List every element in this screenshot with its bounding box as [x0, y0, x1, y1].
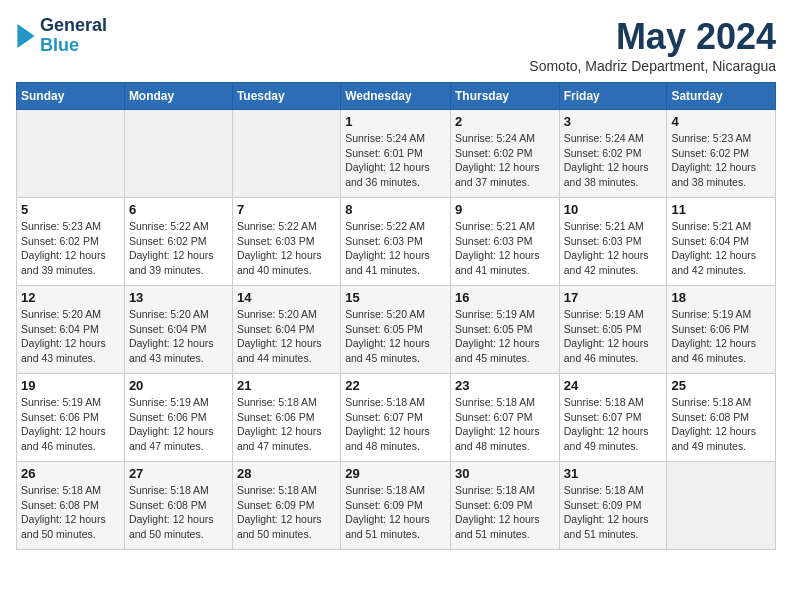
day-number: 1	[345, 114, 446, 129]
day-header-friday: Friday	[559, 83, 667, 110]
calendar-cell: 5Sunrise: 5:23 AM Sunset: 6:02 PM Daylig…	[17, 198, 125, 286]
calendar-cell: 22Sunrise: 5:18 AM Sunset: 6:07 PM Dayli…	[341, 374, 451, 462]
day-number: 4	[671, 114, 771, 129]
calendar-cell: 25Sunrise: 5:18 AM Sunset: 6:08 PM Dayli…	[667, 374, 776, 462]
logo-text: General Blue	[40, 16, 107, 56]
day-number: 19	[21, 378, 120, 393]
day-info: Sunrise: 5:18 AM Sunset: 6:06 PM Dayligh…	[237, 395, 336, 454]
day-number: 15	[345, 290, 446, 305]
calendar-cell	[667, 462, 776, 550]
day-info: Sunrise: 5:24 AM Sunset: 6:01 PM Dayligh…	[345, 131, 446, 190]
day-header-thursday: Thursday	[450, 83, 559, 110]
day-info: Sunrise: 5:21 AM Sunset: 6:03 PM Dayligh…	[564, 219, 663, 278]
calendar-cell: 29Sunrise: 5:18 AM Sunset: 6:09 PM Dayli…	[341, 462, 451, 550]
calendar-cell: 7Sunrise: 5:22 AM Sunset: 6:03 PM Daylig…	[232, 198, 340, 286]
day-info: Sunrise: 5:18 AM Sunset: 6:09 PM Dayligh…	[345, 483, 446, 542]
calendar-cell: 24Sunrise: 5:18 AM Sunset: 6:07 PM Dayli…	[559, 374, 667, 462]
calendar-cell: 20Sunrise: 5:19 AM Sunset: 6:06 PM Dayli…	[124, 374, 232, 462]
day-info: Sunrise: 5:18 AM Sunset: 6:07 PM Dayligh…	[564, 395, 663, 454]
calendar-cell: 11Sunrise: 5:21 AM Sunset: 6:04 PM Dayli…	[667, 198, 776, 286]
calendar-cell: 4Sunrise: 5:23 AM Sunset: 6:02 PM Daylig…	[667, 110, 776, 198]
calendar-cell	[124, 110, 232, 198]
calendar-cell: 16Sunrise: 5:19 AM Sunset: 6:05 PM Dayli…	[450, 286, 559, 374]
day-number: 6	[129, 202, 228, 217]
day-info: Sunrise: 5:22 AM Sunset: 6:02 PM Dayligh…	[129, 219, 228, 278]
day-number: 20	[129, 378, 228, 393]
day-header-saturday: Saturday	[667, 83, 776, 110]
calendar-cell	[232, 110, 340, 198]
calendar-cell: 2Sunrise: 5:24 AM Sunset: 6:02 PM Daylig…	[450, 110, 559, 198]
day-number: 25	[671, 378, 771, 393]
calendar-week-row: 1Sunrise: 5:24 AM Sunset: 6:01 PM Daylig…	[17, 110, 776, 198]
day-number: 13	[129, 290, 228, 305]
calendar-cell: 17Sunrise: 5:19 AM Sunset: 6:05 PM Dayli…	[559, 286, 667, 374]
calendar-cell: 30Sunrise: 5:18 AM Sunset: 6:09 PM Dayli…	[450, 462, 559, 550]
calendar-cell: 23Sunrise: 5:18 AM Sunset: 6:07 PM Dayli…	[450, 374, 559, 462]
calendar-cell: 9Sunrise: 5:21 AM Sunset: 6:03 PM Daylig…	[450, 198, 559, 286]
day-info: Sunrise: 5:21 AM Sunset: 6:04 PM Dayligh…	[671, 219, 771, 278]
day-info: Sunrise: 5:23 AM Sunset: 6:02 PM Dayligh…	[21, 219, 120, 278]
calendar-cell: 1Sunrise: 5:24 AM Sunset: 6:01 PM Daylig…	[341, 110, 451, 198]
day-info: Sunrise: 5:24 AM Sunset: 6:02 PM Dayligh…	[455, 131, 555, 190]
day-number: 29	[345, 466, 446, 481]
page-header: General Blue May 2024 Somoto, Madriz Dep…	[16, 16, 776, 74]
svg-marker-0	[17, 24, 34, 48]
day-info: Sunrise: 5:18 AM Sunset: 6:09 PM Dayligh…	[455, 483, 555, 542]
day-number: 14	[237, 290, 336, 305]
day-info: Sunrise: 5:20 AM Sunset: 6:04 PM Dayligh…	[129, 307, 228, 366]
day-info: Sunrise: 5:18 AM Sunset: 6:07 PM Dayligh…	[455, 395, 555, 454]
day-info: Sunrise: 5:20 AM Sunset: 6:04 PM Dayligh…	[21, 307, 120, 366]
day-number: 22	[345, 378, 446, 393]
day-info: Sunrise: 5:22 AM Sunset: 6:03 PM Dayligh…	[237, 219, 336, 278]
day-number: 23	[455, 378, 555, 393]
calendar-cell: 10Sunrise: 5:21 AM Sunset: 6:03 PM Dayli…	[559, 198, 667, 286]
day-number: 7	[237, 202, 336, 217]
day-number: 31	[564, 466, 663, 481]
calendar-cell: 31Sunrise: 5:18 AM Sunset: 6:09 PM Dayli…	[559, 462, 667, 550]
day-info: Sunrise: 5:19 AM Sunset: 6:06 PM Dayligh…	[129, 395, 228, 454]
calendar-cell: 8Sunrise: 5:22 AM Sunset: 6:03 PM Daylig…	[341, 198, 451, 286]
calendar-cell: 18Sunrise: 5:19 AM Sunset: 6:06 PM Dayli…	[667, 286, 776, 374]
calendar-cell: 14Sunrise: 5:20 AM Sunset: 6:04 PM Dayli…	[232, 286, 340, 374]
day-number: 10	[564, 202, 663, 217]
calendar-week-row: 5Sunrise: 5:23 AM Sunset: 6:02 PM Daylig…	[17, 198, 776, 286]
day-info: Sunrise: 5:18 AM Sunset: 6:08 PM Dayligh…	[129, 483, 228, 542]
day-number: 2	[455, 114, 555, 129]
day-header-tuesday: Tuesday	[232, 83, 340, 110]
calendar-cell: 19Sunrise: 5:19 AM Sunset: 6:06 PM Dayli…	[17, 374, 125, 462]
calendar-cell: 6Sunrise: 5:22 AM Sunset: 6:02 PM Daylig…	[124, 198, 232, 286]
calendar-table: SundayMondayTuesdayWednesdayThursdayFrid…	[16, 82, 776, 550]
calendar-cell: 12Sunrise: 5:20 AM Sunset: 6:04 PM Dayli…	[17, 286, 125, 374]
day-number: 21	[237, 378, 336, 393]
location-subtitle: Somoto, Madriz Department, Nicaragua	[529, 58, 776, 74]
day-number: 28	[237, 466, 336, 481]
calendar-week-row: 26Sunrise: 5:18 AM Sunset: 6:08 PM Dayli…	[17, 462, 776, 550]
day-number: 11	[671, 202, 771, 217]
title-block: May 2024 Somoto, Madriz Department, Nica…	[529, 16, 776, 74]
day-info: Sunrise: 5:23 AM Sunset: 6:02 PM Dayligh…	[671, 131, 771, 190]
day-info: Sunrise: 5:21 AM Sunset: 6:03 PM Dayligh…	[455, 219, 555, 278]
logo-icon	[16, 24, 36, 48]
day-info: Sunrise: 5:19 AM Sunset: 6:06 PM Dayligh…	[671, 307, 771, 366]
day-info: Sunrise: 5:18 AM Sunset: 6:07 PM Dayligh…	[345, 395, 446, 454]
day-number: 16	[455, 290, 555, 305]
day-info: Sunrise: 5:24 AM Sunset: 6:02 PM Dayligh…	[564, 131, 663, 190]
day-info: Sunrise: 5:18 AM Sunset: 6:09 PM Dayligh…	[237, 483, 336, 542]
logo: General Blue	[16, 16, 107, 56]
day-number: 8	[345, 202, 446, 217]
day-header-sunday: Sunday	[17, 83, 125, 110]
calendar-cell: 21Sunrise: 5:18 AM Sunset: 6:06 PM Dayli…	[232, 374, 340, 462]
day-number: 17	[564, 290, 663, 305]
day-number: 3	[564, 114, 663, 129]
calendar-cell	[17, 110, 125, 198]
day-info: Sunrise: 5:19 AM Sunset: 6:06 PM Dayligh…	[21, 395, 120, 454]
day-number: 18	[671, 290, 771, 305]
day-number: 30	[455, 466, 555, 481]
day-info: Sunrise: 5:19 AM Sunset: 6:05 PM Dayligh…	[564, 307, 663, 366]
calendar-cell: 28Sunrise: 5:18 AM Sunset: 6:09 PM Dayli…	[232, 462, 340, 550]
day-header-wednesday: Wednesday	[341, 83, 451, 110]
calendar-week-row: 12Sunrise: 5:20 AM Sunset: 6:04 PM Dayli…	[17, 286, 776, 374]
calendar-cell: 13Sunrise: 5:20 AM Sunset: 6:04 PM Dayli…	[124, 286, 232, 374]
calendar-cell: 26Sunrise: 5:18 AM Sunset: 6:08 PM Dayli…	[17, 462, 125, 550]
day-number: 9	[455, 202, 555, 217]
